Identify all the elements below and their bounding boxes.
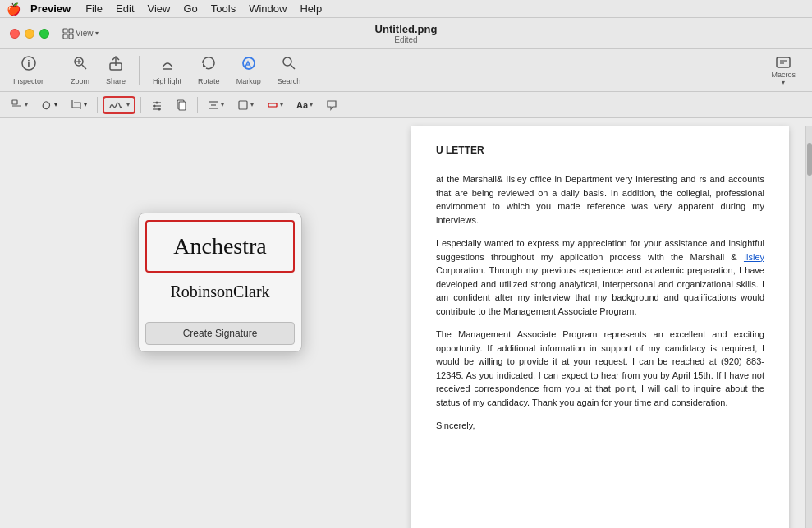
crop-chevron: ▾ xyxy=(84,101,87,108)
fullscreen-button[interactable] xyxy=(39,29,49,39)
close-button[interactable] xyxy=(10,29,20,39)
align-chevron: ▾ xyxy=(221,101,224,108)
selection-tool-button[interactable]: ▾ xyxy=(7,97,33,113)
toolbar-row1: i Inspector Zoom Share xyxy=(0,49,812,92)
create-signature-button[interactable]: Create Signature xyxy=(145,322,295,345)
svg-rect-28 xyxy=(179,102,186,110)
tb2-sep2 xyxy=(140,97,141,113)
lasso-icon xyxy=(41,99,53,111)
apple-menu[interactable]: 🍎 xyxy=(7,2,21,16)
view-button[interactable]: View ▾ xyxy=(57,25,103,43)
signature-item-2[interactable]: RobinsonClark xyxy=(145,273,295,311)
svg-point-14 xyxy=(283,57,291,66)
inspector-label: Inspector xyxy=(13,77,44,85)
ilsley-link-1[interactable]: Ilsley xyxy=(744,252,764,262)
toolbar-sep2 xyxy=(139,56,140,85)
search-icon xyxy=(281,55,297,76)
minimize-button[interactable] xyxy=(25,29,34,39)
zoom-label: Zoom xyxy=(71,77,89,85)
text-aa-label: Aa xyxy=(296,100,308,110)
doc-para-main: I especially wanted to express my apprec… xyxy=(436,236,764,318)
file-status: Edited xyxy=(394,35,417,44)
inspector-button[interactable]: i Inspector xyxy=(7,52,50,89)
adjust-icon xyxy=(151,99,163,111)
rotate-label: Rotate xyxy=(198,77,220,85)
share-icon xyxy=(108,55,124,76)
menu-file[interactable]: File xyxy=(79,1,109,16)
menu-tools[interactable]: Tools xyxy=(204,1,242,16)
lasso-tool-button[interactable]: ▾ xyxy=(36,97,62,113)
lasso-chevron: ▾ xyxy=(54,101,57,108)
markup-button[interactable]: Markup xyxy=(230,52,268,89)
menu-bar: 🍎 Preview File Edit View Go Tools Window… xyxy=(0,0,812,18)
shape-button[interactable]: ▾ xyxy=(232,97,259,113)
view-icon xyxy=(62,28,74,39)
border-button[interactable]: ▾ xyxy=(262,97,288,113)
tb2-sep1 xyxy=(97,97,98,113)
vertical-scrollbar[interactable] xyxy=(805,126,812,528)
align-button[interactable]: ▾ xyxy=(203,97,229,113)
main-content-area: Anchestra RobinsonClark Create Signature… xyxy=(0,118,812,528)
pages-button[interactable] xyxy=(171,97,192,113)
menu-edit[interactable]: Edit xyxy=(109,1,140,16)
toolbar-sep1 xyxy=(57,56,57,85)
title-bar: View ▾ Untitled.png Edited xyxy=(0,18,812,49)
zoom-button[interactable]: Zoom xyxy=(64,52,96,89)
document-area: U LETTER at the Marshall& Ilsley office … xyxy=(0,118,812,528)
scrollbar-thumb[interactable] xyxy=(807,143,812,176)
app-name: Preview xyxy=(30,2,71,15)
signature-2-image: RobinsonClark xyxy=(150,278,290,306)
text-size-chevron: ▾ xyxy=(310,101,313,108)
crop-tool-button[interactable]: ▾ xyxy=(66,97,92,113)
rotate-button[interactable]: Rotate xyxy=(191,52,227,89)
signature-item-1[interactable]: Anchestra xyxy=(145,220,295,273)
svg-point-24 xyxy=(154,104,156,107)
highlight-label: Highlight xyxy=(153,77,181,85)
markup-icon xyxy=(241,55,257,76)
document-page: U LETTER at the Marshall& Ilsley office … xyxy=(411,126,789,528)
shape-chevron: ▾ xyxy=(250,101,254,108)
svg-rect-0 xyxy=(63,29,67,33)
svg-rect-2 xyxy=(63,34,67,39)
menu-help[interactable]: Help xyxy=(293,1,328,16)
svg-line-7 xyxy=(82,65,86,69)
menu-window[interactable]: Window xyxy=(242,1,293,16)
annotation-icon xyxy=(326,99,337,111)
macros-icon xyxy=(775,54,791,71)
svg-text:i: i xyxy=(27,58,30,70)
text-size-button[interactable]: Aa ▾ xyxy=(291,98,318,112)
signature-icon xyxy=(108,99,125,111)
doc-section-title: U LETTER xyxy=(436,143,764,158)
view-label: View xyxy=(76,29,94,38)
svg-rect-19 xyxy=(12,100,17,104)
view-chevron: ▾ xyxy=(95,30,99,37)
macros-button[interactable]: Macros ▾ xyxy=(761,51,805,90)
border-chevron: ▾ xyxy=(280,101,283,108)
menu-go[interactable]: Go xyxy=(177,1,204,16)
markup-label: Markup xyxy=(236,77,261,85)
macros-arrow: ▾ xyxy=(782,79,785,86)
svg-rect-3 xyxy=(69,34,73,39)
search-button[interactable]: Search xyxy=(271,52,308,89)
border-icon xyxy=(267,99,278,111)
doc-para-program: The Management Associate Program represe… xyxy=(436,328,764,409)
share-label: Share xyxy=(106,77,126,85)
macros-label: Macros xyxy=(771,71,796,79)
doc-para-intro: at the Marshall& Ilsley office in Depart… xyxy=(436,172,764,227)
share-button[interactable]: Share xyxy=(99,52,132,89)
signature-dropdown: Anchestra RobinsonClark Create Signature xyxy=(138,213,302,352)
annotation-button[interactable] xyxy=(321,97,342,113)
toolbar-row2: ▾ ▾ ▾ ▾ xyxy=(0,92,812,118)
svg-rect-33 xyxy=(268,103,277,107)
svg-rect-16 xyxy=(777,57,790,67)
menu-view[interactable]: View xyxy=(141,1,177,16)
adjust-button[interactable] xyxy=(146,97,167,113)
rotate-icon xyxy=(200,55,217,76)
zoom-icon xyxy=(72,55,89,76)
shape-icon xyxy=(237,99,249,111)
signature-divider xyxy=(145,315,295,315)
highlight-button[interactable]: Highlight xyxy=(146,52,188,89)
signature-tool-button[interactable]: ▾ xyxy=(103,96,135,114)
selection-icon xyxy=(11,99,23,111)
tb2-sep3 xyxy=(197,97,198,113)
